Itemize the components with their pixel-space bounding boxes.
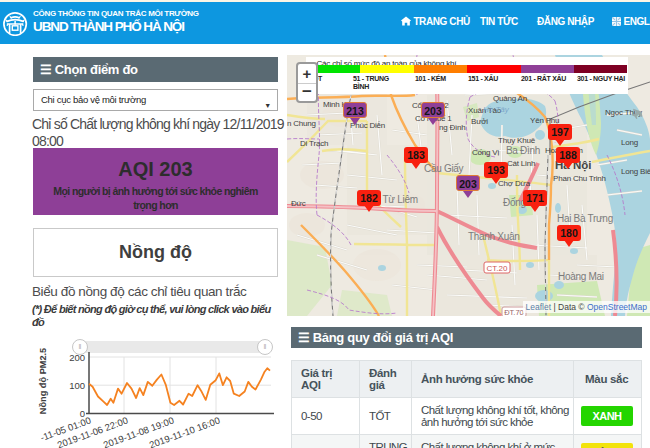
svg-text:Cống Vị: Cống Vị	[472, 148, 499, 157]
svg-text:CT.20: CT.20	[487, 264, 508, 273]
svg-text:ĐT.70: ĐT.70	[504, 308, 524, 316]
svg-text:Quảng An: Quảng An	[493, 94, 527, 103]
svg-text:Bưởi: Bưởi	[471, 117, 488, 126]
svg-text:Cầu Giấy: Cầu Giấy	[424, 163, 464, 174]
svg-text:100: 100	[69, 380, 85, 391]
svg-text:Nồng độ PM2.5: Nồng độ PM2.5	[38, 348, 48, 414]
svg-text:Phan Chu Trinh: Phan Chu Trinh	[553, 174, 606, 183]
svg-text:Di Trạch: Di Trạch	[300, 139, 328, 148]
svg-text:Long Biê: Long Biê	[621, 167, 650, 176]
svg-text:Long: Long	[621, 138, 638, 147]
svg-text:200: 200	[69, 352, 85, 363]
svg-text:Hai Bà Trưng: Hai Bà Trưng	[557, 213, 613, 224]
svg-text:Thanh Xuân: Thanh Xuân	[468, 231, 520, 242]
svg-text:Thụy Khuê: Thụy Khuê	[498, 136, 536, 145]
svg-text:Đức: Đức	[291, 199, 306, 208]
svg-text:Chợ Dừa: Chợ Dừa	[498, 179, 531, 188]
svg-text:Ba Đình: Ba Đình	[506, 145, 540, 156]
svg-text:Cát Linh: Cát Linh	[507, 159, 535, 168]
svg-text:Hồ Tây: Hồ Tây	[483, 105, 510, 114]
svg-text:Hoàng Mai: Hoàng Mai	[558, 271, 604, 282]
svg-text:ng Đình: ng Đình	[439, 123, 466, 132]
svg-text:n Chung: n Chung	[287, 119, 316, 128]
